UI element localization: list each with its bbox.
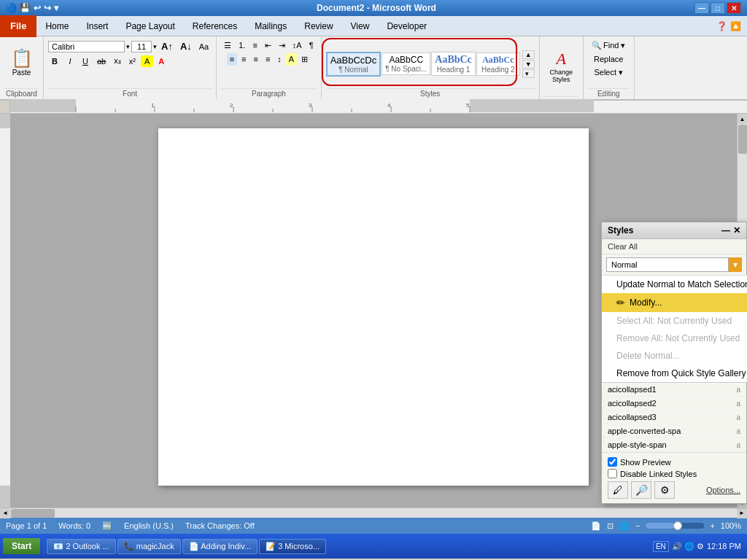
sort-btn[interactable]: ↕A [290, 39, 305, 52]
italic-btn[interactable]: I [63, 55, 77, 67]
tab-developer[interactable]: Developer [378, 15, 436, 37]
options-btn[interactable]: Options... [706, 486, 740, 494]
style-item-acicollapsed2[interactable]: acicollapsed2 a [602, 397, 746, 411]
text-highlight-btn[interactable]: A [141, 55, 153, 67]
zoom-slider[interactable] [646, 523, 704, 529]
quick-access-save[interactable]: 💾 [20, 3, 31, 13]
clear-format-btn[interactable]: Aa [196, 41, 212, 52]
font-name-arrow[interactable]: ▾ [126, 43, 130, 50]
scroll-left-btn[interactable]: ◄ [0, 508, 10, 518]
ctx-remove-gallery[interactable]: Remove from Quick Style Gallery [602, 365, 747, 382]
styles-more[interactable]: ▾ [522, 69, 535, 78]
svg-rect-19 [0, 128, 10, 486]
align-left-btn[interactable]: ≡ [227, 53, 237, 66]
style-normal[interactable]: AaBbCcDc ¶ Normal [326, 52, 382, 77]
tab-references[interactable]: References [184, 15, 246, 37]
taskbar-item-outlook[interactable]: 📧 2 Outlook ... [47, 539, 115, 554]
new-style-btn[interactable]: 🖊 [608, 481, 628, 499]
font-color-btn[interactable]: A [155, 55, 167, 67]
style-heading2[interactable]: AaBbCc Heading 2 [476, 52, 520, 76]
manage-styles-btn[interactable]: ⚙ [654, 481, 675, 499]
underline-btn[interactable]: U [79, 55, 92, 67]
ctx-delete-normal-label: Delete Normal... [616, 351, 680, 361]
find-btn[interactable]: 🔍 Find ▾ [589, 39, 628, 52]
clipboard-label: Clipboard [4, 88, 39, 98]
tab-review[interactable]: Review [295, 15, 341, 37]
style-item-apple-style[interactable]: apple-style-span a [602, 438, 746, 452]
tab-insert[interactable]: Insert [77, 15, 117, 37]
shading-btn[interactable]: A [286, 53, 297, 66]
tab-home[interactable]: Home [36, 15, 77, 37]
bottom-scrollbar[interactable]: ◄ ► [0, 508, 747, 518]
styles-scroll-down[interactable]: ▼ [522, 60, 535, 69]
replace-btn[interactable]: Replace [591, 53, 626, 65]
strikethrough-btn[interactable]: ab [94, 55, 109, 67]
paste-button[interactable]: 📋 Paste [6, 44, 38, 80]
view-print-btn[interactable]: 📄 [591, 521, 601, 531]
borders-btn[interactable]: ⊞ [298, 53, 311, 66]
styles-clear-all[interactable]: Clear All [602, 239, 746, 254]
zoom-in-btn[interactable]: + [710, 521, 714, 530]
scroll-up-btn[interactable]: ▲ [738, 114, 747, 124]
zoom-out-btn[interactable]: − [635, 521, 640, 530]
status-spellcheck-icon[interactable]: 🔤 [102, 521, 112, 531]
style-inspector-btn[interactable]: 🔎 [631, 481, 651, 499]
change-styles-btn[interactable]: A ChangeStyles [544, 46, 578, 87]
align-center-btn[interactable]: ≡ [239, 53, 249, 66]
style-heading1[interactable]: AaBbCc Heading 1 [431, 52, 476, 76]
scroll-thumb[interactable] [738, 125, 747, 154]
show-preview-checkbox[interactable] [608, 457, 617, 467]
ribbon-minimize[interactable]: 🔼 [730, 21, 741, 31]
close-btn[interactable]: ✕ [727, 2, 741, 14]
styles-scroll-up[interactable]: ▲ [522, 50, 535, 59]
show-hide-btn[interactable]: ¶ [306, 39, 317, 52]
style-item-apple-converted[interactable]: apple-converted-spa a [602, 424, 746, 438]
tab-mailings[interactable]: Mailings [246, 15, 295, 37]
font-size-arrow[interactable]: ▾ [153, 43, 157, 50]
taskbar-item-adding[interactable]: 📄 Adding Indiv... [182, 539, 258, 554]
disable-linked-checkbox[interactable] [608, 469, 617, 478]
align-right-btn[interactable]: ≡ [251, 53, 261, 66]
select-btn[interactable]: Select ▾ [591, 66, 626, 79]
view-fullscreen-btn[interactable]: ⊡ [607, 521, 614, 531]
ribbon-help[interactable]: ❓ [716, 21, 727, 31]
tab-view[interactable]: View [342, 15, 379, 37]
view-web-btn[interactable]: 🌐 [619, 521, 630, 531]
styles-dropdown[interactable]: Normal [606, 257, 729, 272]
font-name-input[interactable] [48, 41, 125, 52]
zoom-thumb[interactable] [673, 521, 682, 530]
scroll-right-btn[interactable]: ► [737, 508, 747, 518]
bold-btn[interactable]: B [48, 55, 61, 67]
ctx-modify[interactable]: ✏ Modify... [602, 293, 747, 312]
quick-access-more[interactable]: ▾ [54, 3, 58, 13]
style-no-spacing[interactable]: AaBbCC ¶ No Spaci... [382, 52, 430, 75]
superscript-btn[interactable]: x² [126, 55, 139, 67]
minimize-btn[interactable]: — [694, 2, 709, 14]
quick-access-undo[interactable]: ↩ [34, 3, 41, 13]
maximize-btn[interactable]: □ [711, 2, 725, 14]
line-spacing-btn[interactable]: ↕ [274, 53, 285, 66]
justify-btn[interactable]: ≡ [263, 53, 273, 66]
horiz-scroll-thumb[interactable] [11, 509, 55, 518]
styles-panel-close[interactable]: ✕ [733, 225, 740, 236]
taskbar-item-microsoft[interactable]: 📝 3 Microso... [259, 539, 326, 554]
subscript-btn[interactable]: x₂ [111, 55, 124, 67]
font-size-input[interactable] [131, 41, 152, 52]
taskbar-item-magicjack[interactable]: 📞 magicJack [117, 539, 181, 554]
styles-panel-minimize[interactable]: — [721, 225, 730, 236]
numbering-btn[interactable]: 1. [236, 39, 248, 52]
bullets-btn[interactable]: ☰ [221, 39, 234, 52]
font-grow-btn[interactable]: A↑ [158, 39, 176, 53]
styles-dropdown-arrow[interactable]: ▾ [729, 257, 742, 272]
tab-page-layout[interactable]: Page Layout [117, 15, 183, 37]
font-shrink-btn[interactable]: A↓ [177, 39, 195, 53]
multilevel-btn[interactable]: ≡ [249, 39, 260, 52]
style-item-acicollapsed1[interactable]: acicollapsed1 a [602, 383, 746, 397]
increase-indent-btn[interactable]: ⇥ [276, 39, 288, 52]
quick-access-redo[interactable]: ↪ [44, 3, 51, 13]
decrease-indent-btn[interactable]: ⇤ [262, 39, 274, 52]
style-item-acicollapsed3[interactable]: acicollapsed3 a [602, 411, 746, 424]
file-tab[interactable]: File [0, 15, 36, 37]
start-button[interactable]: Start [3, 538, 40, 554]
ctx-update-normal[interactable]: Update Normal to Match Selection [602, 276, 747, 293]
